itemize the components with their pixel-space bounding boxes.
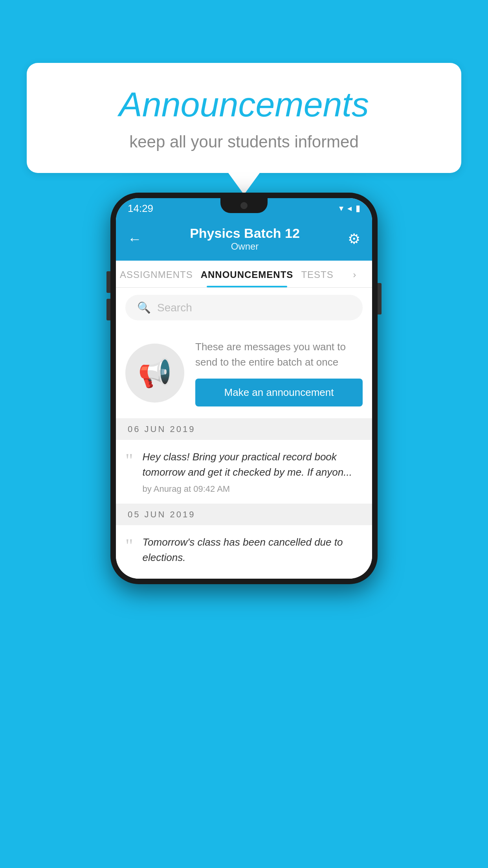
signal-icon: ◂ — [347, 203, 352, 213]
speech-bubble-subtitle: keep all your students informed — [50, 132, 438, 151]
tab-assignments[interactable]: ASSIGNMENTS — [116, 261, 197, 287]
announcement-item-1[interactable]: " Hey class! Bring your practical record… — [116, 440, 372, 504]
make-announcement-button[interactable]: Make an announcement — [195, 379, 363, 406]
search-container: 🔍 Search — [116, 288, 372, 327]
announcement-intro-card: 📢 These are messages you want to send to… — [116, 327, 372, 419]
intro-right: These are messages you want to send to t… — [195, 339, 363, 406]
search-box[interactable]: 🔍 Search — [125, 295, 363, 320]
date-separator-2: 05 JUN 2019 — [116, 504, 372, 525]
phone-outer: 14:29 ▾ ◂ ▮ ← Physics Batch 12 Owner ⚙ — [110, 193, 378, 584]
speech-bubble-arrow — [228, 173, 260, 195]
announcement-item-2[interactable]: " Tomorrow's class has been cancelled du… — [116, 525, 372, 579]
app-header: ← Physics Batch 12 Owner ⚙ — [116, 219, 372, 261]
speech-bubble-title: Announcements — [50, 85, 438, 125]
power-button[interactable] — [378, 283, 382, 314]
date-separator-1: 06 JUN 2019 — [116, 419, 372, 440]
announcement-content-2: Tomorrow's class has been cancelled due … — [143, 535, 363, 569]
tab-announcements[interactable]: ANNOUNCEMENTS — [197, 261, 297, 287]
status-icons: ▾ ◂ ▮ — [339, 203, 360, 213]
status-time: 14:29 — [128, 202, 153, 215]
announcement-meta-1: by Anurag at 09:42 AM — [143, 484, 363, 494]
header-title-block: Physics Batch 12 Owner — [190, 226, 300, 252]
phone-screen: 14:29 ▾ ◂ ▮ ← Physics Batch 12 Owner ⚙ — [116, 198, 372, 579]
megaphone-icon: 📢 — [138, 357, 172, 389]
search-icon: 🔍 — [137, 301, 151, 314]
back-button[interactable]: ← — [128, 231, 142, 247]
camera — [240, 202, 248, 209]
speech-bubble-container: Announcements keep all your students inf… — [27, 63, 461, 195]
announcement-text-1: Hey class! Bring your practical record b… — [143, 449, 363, 480]
tab-tests[interactable]: TESTS — [297, 261, 337, 287]
tab-more[interactable]: › — [338, 261, 372, 287]
tabs-bar: ASSIGNMENTS ANNOUNCEMENTS TESTS › — [116, 261, 372, 288]
announcement-content-1: Hey class! Bring your practical record b… — [143, 449, 363, 494]
megaphone-circle: 📢 — [125, 344, 184, 403]
volume-button-down[interactable] — [106, 299, 110, 320]
wifi-icon: ▾ — [339, 203, 343, 213]
announcement-text-2: Tomorrow's class has been cancelled due … — [143, 535, 363, 565]
volume-button-up[interactable] — [106, 271, 110, 293]
search-placeholder: Search — [157, 302, 192, 314]
notch — [220, 198, 268, 213]
batch-title: Physics Batch 12 — [190, 226, 300, 241]
batch-subtitle: Owner — [190, 241, 300, 252]
quote-icon-1: " — [125, 451, 133, 470]
intro-description: These are messages you want to send to t… — [195, 339, 363, 370]
battery-icon: ▮ — [356, 203, 360, 213]
quote-icon-2: " — [125, 536, 133, 555]
speech-bubble: Announcements keep all your students inf… — [27, 63, 461, 173]
phone-wrapper: 14:29 ▾ ◂ ▮ ← Physics Batch 12 Owner ⚙ — [110, 193, 378, 584]
settings-icon[interactable]: ⚙ — [348, 231, 360, 247]
status-bar: 14:29 ▾ ◂ ▮ — [116, 198, 372, 219]
